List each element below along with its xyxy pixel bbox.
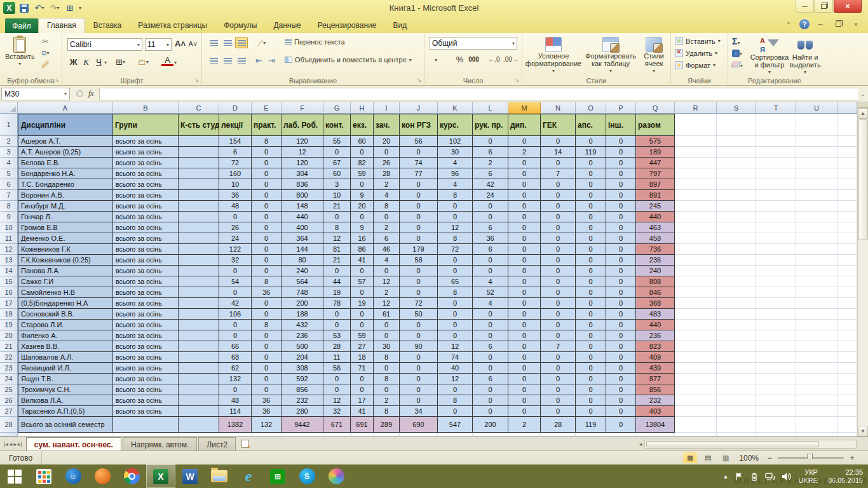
cell[interactable]: 0	[219, 384, 252, 395]
cell[interactable]: 0	[606, 222, 636, 233]
cell[interactable]: 671	[323, 417, 351, 433]
vertical-scrollbar[interactable]: ▲ ▼	[857, 102, 868, 437]
cell[interactable]	[675, 255, 717, 266]
cell[interactable]: 12	[438, 341, 473, 352]
cell[interactable]: 12	[374, 276, 400, 287]
cell[interactable]	[179, 374, 219, 384]
cell[interactable]	[179, 320, 219, 330]
cell[interactable]	[837, 352, 857, 363]
tray-expand-arrow[interactable]: ▲	[722, 473, 728, 480]
cell[interactable]: 0	[606, 244, 636, 255]
cell[interactable]: 0	[400, 222, 438, 233]
cell[interactable]	[837, 276, 857, 287]
accounting-format-button[interactable]: ▾	[430, 55, 437, 64]
cell[interactable]: 0	[576, 384, 606, 395]
cell[interactable]: всього за осінь	[113, 233, 179, 244]
cell[interactable]: 232	[636, 395, 675, 406]
cell[interactable]: 0	[576, 255, 606, 266]
cell[interactable]	[675, 136, 717, 147]
cell[interactable]: 4	[438, 158, 473, 168]
column-header-Q[interactable]: Q	[636, 102, 675, 114]
fill-button[interactable]: ↓▾	[732, 48, 742, 57]
cell[interactable]	[796, 341, 837, 352]
cell[interactable]: 81	[323, 244, 351, 255]
cell[interactable]: 41	[351, 255, 374, 266]
font-color-button[interactable]: А	[161, 56, 173, 66]
cell[interactable]: 0	[323, 374, 351, 384]
cell[interactable]: 0	[606, 201, 636, 212]
cell[interactable]: 0	[438, 330, 473, 341]
cell[interactable]: 56	[400, 136, 438, 147]
cell[interactable]: 90	[400, 341, 438, 352]
cell[interactable]: 21	[323, 255, 351, 266]
cell[interactable]: 0	[473, 320, 508, 330]
cell[interactable]: 20	[374, 136, 400, 147]
cell[interactable]: Белова Е.В.	[18, 158, 113, 168]
align-bottom-button[interactable]	[235, 37, 248, 48]
cell[interactable]	[179, 201, 219, 212]
cell[interactable]	[796, 168, 837, 179]
cell[interactable]: 6	[473, 222, 508, 233]
cell[interactable]: 30	[374, 341, 400, 352]
cell[interactable]: 0	[541, 276, 576, 287]
close-button[interactable]: ×	[834, 0, 862, 13]
scroll-down-arrow[interactable]: ▼	[858, 426, 868, 437]
cell[interactable]: 200	[281, 298, 323, 309]
cell[interactable]	[756, 222, 796, 233]
cell[interactable]	[796, 158, 837, 168]
cell[interactable]	[756, 384, 796, 395]
cell[interactable]: 0	[351, 374, 374, 384]
cell[interactable]: 2	[374, 287, 400, 298]
power-icon[interactable]	[750, 472, 759, 481]
cell[interactable]	[717, 244, 756, 255]
cell[interactable]: 0	[576, 276, 606, 287]
cell[interactable]: всього за осінь	[113, 395, 179, 406]
cell[interactable]: Филенко А.	[18, 330, 113, 341]
cell[interactable]: 0	[606, 406, 636, 417]
cell[interactable]: 2	[508, 147, 541, 158]
orientation-button[interactable]: ⟋▾	[255, 37, 268, 49]
column-header-U[interactable]: U	[796, 102, 837, 114]
cell[interactable]: 7	[541, 341, 576, 352]
cell[interactable]: 120	[281, 158, 323, 168]
cell[interactable]: 0	[473, 363, 508, 374]
cell[interactable]: 200	[473, 417, 508, 433]
column-header-M[interactable]: M	[508, 102, 541, 114]
cell[interactable]: 0	[438, 309, 473, 320]
cell[interactable]: 26	[374, 158, 400, 168]
excel-logo-icon[interactable]: X	[3, 2, 15, 14]
number-format-combo[interactable]: Общий▾	[430, 37, 517, 50]
insert-cells-button[interactable]: Вставить▾	[675, 37, 721, 45]
cell[interactable]	[179, 244, 219, 255]
cell[interactable]: 0	[508, 320, 541, 330]
redo-button[interactable]: ↷▾	[48, 3, 61, 14]
horizontal-scroll-thumb[interactable]	[646, 441, 820, 447]
cell[interactable]: 0	[541, 384, 576, 395]
cell[interactable]	[717, 212, 756, 222]
cell[interactable]: 19	[323, 287, 351, 298]
cell[interactable]: 0	[576, 168, 606, 179]
cell[interactable]: 10	[219, 179, 252, 190]
cell[interactable]: 7	[541, 168, 576, 179]
cell[interactable]: 575	[636, 136, 675, 147]
cell[interactable]	[796, 266, 837, 276]
cell[interactable]: 0	[576, 136, 606, 147]
insert-worksheet-button[interactable]	[237, 437, 254, 451]
cell[interactable]: 54	[219, 276, 252, 287]
cell[interactable]	[675, 276, 717, 287]
cell[interactable]: 458	[636, 233, 675, 244]
cell[interactable]: 0	[508, 309, 541, 320]
cell[interactable]: 0	[606, 255, 636, 266]
undo-button[interactable]: ↶▾	[33, 3, 46, 14]
cell[interactable]	[796, 352, 837, 363]
fill-color-button[interactable]: 🗀▾	[137, 56, 149, 68]
cell[interactable]: 0	[606, 330, 636, 341]
word-taskbar-button[interactable]: W	[175, 464, 205, 488]
cell[interactable]: 106	[219, 309, 252, 320]
cell[interactable]: 78	[323, 298, 351, 309]
cell[interactable]	[756, 212, 796, 222]
row-header-13[interactable]: 13	[0, 255, 18, 266]
column-header-D[interactable]: D	[219, 102, 252, 114]
zoom-level[interactable]: 100%	[739, 454, 759, 463]
page-layout-view-button[interactable]: ▤	[701, 452, 715, 463]
